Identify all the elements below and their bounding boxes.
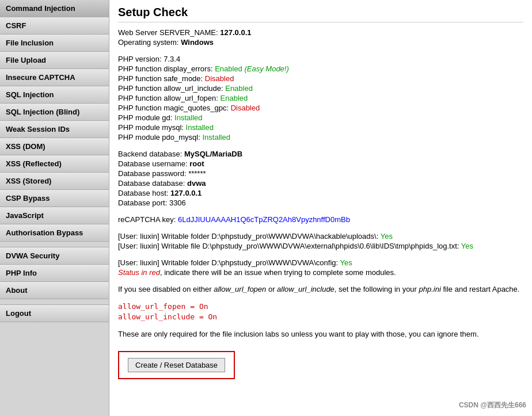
create-reset-database-button[interactable]: Create / Reset Database	[128, 358, 225, 372]
db-host-value: 127.0.0.1	[170, 189, 202, 197]
allow-url-include-line: PHP function allow_url_include: Enabled	[118, 84, 523, 93]
code-line2: allow_url_include = On	[118, 312, 523, 321]
recaptcha-label: reCAPTCHA key:	[118, 215, 176, 224]
sidebar-item-logout[interactable]: Logout	[0, 305, 109, 322]
sidebar-gap-2	[0, 299, 109, 305]
recaptcha-line: reCAPTCHA key: 6LdJJIUUAAAAH1Q6cTpZRQ2Ah…	[118, 215, 523, 224]
module-pdo-label: PHP module pdo_mysql:	[118, 133, 200, 142]
php-version-value: 7.3.4	[164, 55, 180, 63]
db-host-label: Database host:	[118, 189, 168, 197]
allow-url-fopen-line: PHP function allow_url_fopen: Enabled	[118, 94, 523, 102]
db-name-value: dvwa	[187, 179, 206, 188]
os-value: Windows	[181, 38, 214, 47]
php-version-line: PHP version: 7.3.4	[118, 55, 523, 63]
db-username-label: Database username:	[118, 159, 188, 168]
display-errors-label: PHP function display_errors:	[118, 64, 213, 73]
writable-uploads-value: Yes	[381, 232, 393, 241]
safe-mode-label: PHP function safe_mode:	[118, 74, 203, 83]
sidebar-section-3: Logout	[0, 305, 109, 322]
db-password-label: Database password:	[118, 169, 187, 178]
backend-db-value: MySQL/MariaDB	[184, 150, 242, 158]
display-errors-value: Enabled	[215, 64, 242, 73]
db-port-label: Database port:	[118, 199, 167, 207]
safe-mode-line: PHP function safe_mode: Disabled	[118, 74, 523, 83]
server-name-label: Web Server SERVER_NAME:	[118, 28, 218, 37]
os-line: Operating system: Windows	[118, 38, 523, 47]
page-title: Setup Check	[118, 6, 523, 22]
sidebar-item-file-inclusion[interactable]: File Inclusion	[0, 35, 109, 52]
sidebar-item-xss-stored[interactable]: XSS (Stored)	[0, 173, 109, 190]
sidebar-item-sql-injection-blind[interactable]: SQL Injection (Blind)	[0, 104, 109, 121]
sidebar-item-xss-reflected[interactable]: XSS (Reflected)	[0, 155, 109, 173]
db-name-label: Database database:	[118, 179, 185, 188]
module-mysql-line: PHP module mysql: Installed	[118, 123, 523, 132]
writable-phpids-value: Yes	[461, 242, 473, 250]
backend-db-label: Backend database:	[118, 150, 182, 158]
sidebar-item-csrf[interactable]: CSRF	[0, 17, 109, 35]
sidebar-item-csp-bypass[interactable]: CSP Bypass	[0, 190, 109, 207]
module-pdo-line: PHP module pdo_mysql: Installed	[118, 133, 523, 142]
module-pdo-value: Installed	[202, 133, 230, 142]
writable-uploads-label: [User: liuxin] Writable folder D:\phpstu…	[118, 232, 378, 241]
sidebar-item-about[interactable]: About	[0, 282, 109, 299]
watermark: CSDN @西西先生666	[459, 400, 526, 410]
module-gd-line: PHP module gd: Installed	[118, 113, 523, 122]
db-host-line: Database host: 127.0.0.1	[118, 189, 523, 197]
writable-config-value: Yes	[340, 258, 352, 267]
status-red-text: Status in red	[118, 268, 160, 277]
backend-db-line: Backend database: MySQL/MariaDB	[118, 150, 523, 158]
sidebar-item-insecure-captcha[interactable]: Insecure CAPTCHA	[0, 69, 109, 86]
sidebar-item-command-injection[interactable]: Command Injection	[0, 0, 109, 17]
db-username-value: root	[189, 159, 204, 168]
sidebar-item-sql-injection[interactable]: SQL Injection	[0, 86, 109, 104]
code-line1: allow_url_fopen = On	[118, 302, 523, 311]
sidebar-item-javascript[interactable]: JavaScript	[0, 207, 109, 224]
db-port-line: Database port: 3306	[118, 199, 523, 207]
sidebar-item-xss-dom[interactable]: XSS (DOM)	[0, 138, 109, 155]
sidebar-gap-1	[0, 242, 109, 247]
sidebar-item-file-upload[interactable]: File Upload	[0, 52, 109, 69]
status-red-suffix: , indicate there will be an issue when t…	[160, 268, 396, 277]
os-label: Operating system:	[118, 38, 179, 47]
module-mysql-value: Installed	[186, 123, 214, 132]
disabled-notice-text: If you see disabled on either allow_url_…	[118, 285, 519, 293]
status-red-line: Status in red, indicate there will be an…	[118, 268, 523, 277]
module-gd-label: PHP module gd:	[118, 113, 172, 122]
db-port-value: 3306	[169, 199, 186, 207]
magic-quotes-line: PHP function magic_quotes_gpc: Disabled	[118, 104, 523, 112]
php-version-label: PHP version:	[118, 55, 162, 63]
magic-quotes-value: Disabled	[231, 104, 260, 112]
writable-config-line: [User: liuxin] Writable folder D:\phpstu…	[118, 258, 523, 267]
safe-mode-value: Disabled	[205, 74, 234, 83]
sidebar-item-weak-session-ids[interactable]: Weak Session IDs	[0, 121, 109, 138]
module-gd-value: Installed	[174, 113, 202, 122]
db-username-line: Database username: root	[118, 159, 523, 168]
sidebar-item-php-info[interactable]: PHP Info	[0, 265, 109, 282]
allow-url-include-value: Enabled	[225, 84, 253, 93]
db-password-line: Database password: ******	[118, 169, 523, 178]
display-errors-note: (Easy Mode!)	[244, 64, 288, 73]
db-name-line: Database database: dvwa	[118, 179, 523, 188]
module-mysql-label: PHP module mysql:	[118, 123, 184, 132]
allow-url-fopen-value: Enabled	[221, 94, 248, 102]
writable-phpids-line: [User: liuxin] Writable file D:\phpstudy…	[118, 242, 523, 250]
sidebar-item-dvwa-security[interactable]: DVWA Security	[0, 247, 109, 265]
writable-uploads-line: [User: liuxin] Writable folder D:\phpstu…	[118, 232, 523, 241]
sidebar: Command InjectionCSRFFile InclusionFile …	[0, 0, 109, 416]
writable-phpids-label: [User: liuxin] Writable file D:\phpstudy…	[118, 242, 459, 250]
sidebar-section-2: DVWA SecurityPHP InfoAbout	[0, 247, 109, 299]
main-content: Setup Check Web Server SERVER_NAME: 127.…	[109, 0, 532, 416]
server-name-line: Web Server SERVER_NAME: 127.0.0.1	[118, 28, 523, 37]
db-password-value: ******	[188, 169, 206, 178]
magic-quotes-label: PHP function magic_quotes_gpc:	[118, 104, 229, 112]
disabled-notice: If you see disabled on either allow_url_…	[118, 285, 523, 293]
sidebar-section-1: Command InjectionCSRFFile InclusionFile …	[0, 0, 109, 242]
writable-config-label: [User: liuxin] Writable folder D:\phpstu…	[118, 258, 338, 267]
recaptcha-value[interactable]: 6LdJJIUUAAAAH1Q6cTpZRQ2Ah8VpyzhnffD0mBb	[178, 215, 350, 224]
reset-database-box: Create / Reset Database	[118, 351, 235, 379]
allow-url-fopen-label: PHP function allow_url_fopen:	[118, 94, 218, 102]
sidebar-item-authorisation-bypass[interactable]: Authorisation Bypass	[0, 224, 109, 242]
server-name-value: 127.0.0.1	[220, 28, 251, 37]
display-errors-line: PHP function display_errors: Enabled (Ea…	[118, 64, 523, 73]
file-inclusion-notice: These are only required for the file inc…	[118, 330, 523, 338]
